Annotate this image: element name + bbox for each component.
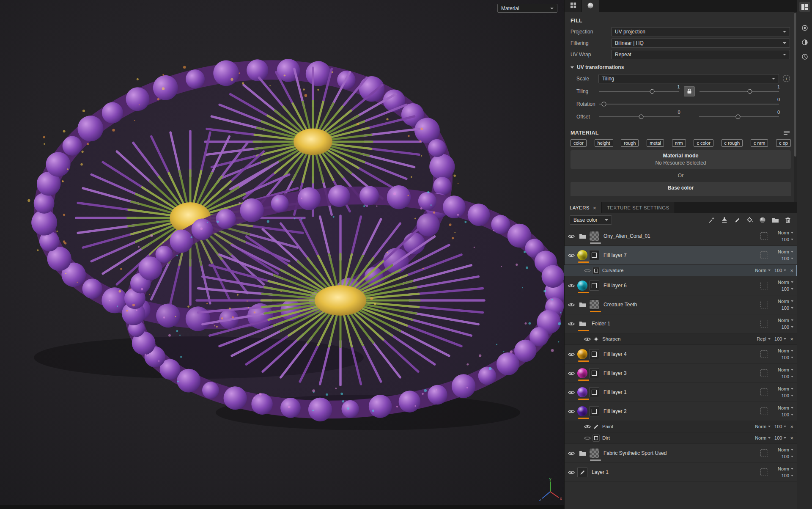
display-settings-icon[interactable] [799,23,810,33]
opacity-select[interactable]: 100 [782,355,793,360]
empty-mask-slot[interactable] [760,468,768,476]
fillsq-thumbnail[interactable] [589,368,599,378]
folder-thumbnail[interactable] [577,231,587,241]
channel-button-color[interactable]: color [571,139,587,147]
visibility-toggle-icon[interactable] [568,409,577,414]
opacity-select[interactable]: 100 [782,473,793,478]
channel-button-height[interactable]: height [595,139,613,147]
paint-thumbnail[interactable] [577,467,587,477]
layer-row[interactable]: Fill layer 4Norm100 [565,345,797,364]
blend-mode-select[interactable]: Norm [755,268,771,273]
checker-thumbnail[interactable] [589,448,599,458]
properties-tab-grid-tab-icon[interactable] [565,0,582,12]
remove-effect-icon[interactable]: × [790,424,793,430]
tiling-x-slider[interactable]: 1 [598,85,680,97]
blend-mode-select[interactable]: Norm [778,405,793,410]
sphere-thumbnail[interactable] [577,250,587,260]
checker-thumbnail[interactable] [589,300,599,310]
opacity-select[interactable]: 100 [774,268,786,273]
opacity-select[interactable]: 100 [774,435,786,440]
blend-mode-select[interactable]: Norm [778,466,793,471]
channel-button-c-color[interactable]: c color [694,139,713,147]
pencil-icon[interactable] [733,216,741,224]
blend-mode-select[interactable]: Norm [755,424,771,429]
slider-knob[interactable] [736,114,741,119]
layer-row[interactable]: Folder 1Norm100 [565,314,797,333]
tiling-lock-button[interactable] [684,86,695,96]
fillsq-thumbnail[interactable] [589,387,599,397]
layer-row[interactable]: Fill layer 6Norm100 [565,276,797,295]
material-sphere-icon[interactable] [759,216,766,224]
tab-layers[interactable]: LAYERS× [565,202,602,213]
add-folder-icon[interactable] [771,216,779,224]
uv-transformations-header[interactable]: UV transformations [571,64,791,70]
visibility-toggle-icon[interactable] [568,322,577,326]
layer-effect-row[interactable]: CurvatureNorm100× [565,265,797,276]
blend-mode-select[interactable]: Norm [778,299,793,304]
filtering-select[interactable]: Bilinear | HQ [611,39,790,48]
panels-icon[interactable] [799,2,810,12]
opacity-select[interactable]: 100 [782,305,793,311]
checker-thumbnail[interactable] [589,231,599,241]
sphere-thumbnail[interactable] [577,281,587,291]
folder-thumbnail[interactable] [577,319,587,329]
fillsq-thumbnail[interactable] [589,281,599,291]
blend-mode-select[interactable]: Repl [757,336,771,341]
rotation-slider[interactable]: 0 [598,98,780,110]
visibility-toggle-icon[interactable] [568,283,577,288]
history-icon[interactable] [799,52,810,62]
properties-tab-material-tab-icon[interactable] [582,0,599,12]
layer-effect-row[interactable]: DirtNorm100× [565,432,797,444]
empty-mask-slot[interactable] [760,369,768,377]
blend-mode-select[interactable]: Norm [778,230,793,235]
opacity-select[interactable]: 100 [774,336,786,341]
channel-button-nrm[interactable]: nrm [672,139,686,147]
empty-mask-slot[interactable] [760,407,768,415]
coral-model-render[interactable] [0,0,564,509]
blend-mode-select[interactable]: Norm [778,280,793,285]
offset-y-slider[interactable]: 0 [698,111,780,122]
opacity-select[interactable]: 100 [782,374,793,379]
remove-effect-icon[interactable]: × [790,267,793,274]
layer-row[interactable]: Layer 1Norm100 [565,463,797,482]
info-icon[interactable]: i [783,75,790,82]
folder-thumbnail[interactable] [577,448,587,458]
fillsq-thumbnail[interactable] [589,250,599,260]
uv-wrap-select[interactable]: Repeat [611,50,790,59]
trash-icon[interactable] [784,216,792,224]
layer-row[interactable]: Fill layer 3Norm100 [565,364,797,383]
remove-effect-icon[interactable]: × [790,435,793,441]
remove-effect-icon[interactable]: × [790,336,793,342]
visibility-toggle-icon[interactable] [584,268,593,273]
visibility-toggle-icon[interactable] [568,451,577,456]
layer-row[interactable]: Fabric Synthetic Sport UsedNorm100 [565,444,797,463]
fillsq-thumbnail[interactable] [589,349,599,359]
blend-mode-select[interactable]: Norm [778,249,793,254]
blend-mode-select[interactable]: Norm [755,435,771,440]
tab-texture-set-settings[interactable]: TEXTURE SET SETTINGS [602,202,675,213]
viewport-material-selector[interactable]: Material [497,4,557,13]
viewport-3d[interactable]: Material y z x [0,0,564,509]
close-tab-icon[interactable]: × [593,205,596,211]
opacity-select[interactable]: 100 [774,424,786,429]
opacity-select[interactable]: 100 [782,256,793,261]
slider-knob[interactable] [650,89,655,94]
blend-mode-select[interactable]: Norm [778,318,793,323]
channel-button-c-rough[interactable]: c rough [721,139,743,147]
channel-button-metal[interactable]: metal [647,139,664,147]
empty-mask-slot[interactable] [760,301,768,308]
opacity-select[interactable]: 100 [782,325,793,330]
visibility-toggle-icon[interactable] [584,337,593,341]
layer-row[interactable]: Fill layer 2Norm100 [565,402,797,421]
blend-mode-select[interactable]: Norm [778,367,793,372]
empty-mask-slot[interactable] [760,388,768,396]
material-options-icon[interactable] [783,130,790,135]
channel-button-c-nrm[interactable]: c nrm [751,139,768,147]
tiling-y-slider[interactable]: 1 [699,85,780,97]
channel-button-rough[interactable]: rough [621,139,639,147]
opacity-select[interactable]: 100 [782,412,793,417]
blend-mode-select[interactable]: Norm [778,348,793,353]
opacity-select[interactable]: 100 [782,237,793,242]
visibility-toggle-icon[interactable] [568,470,577,475]
visibility-toggle-icon[interactable] [568,390,577,395]
